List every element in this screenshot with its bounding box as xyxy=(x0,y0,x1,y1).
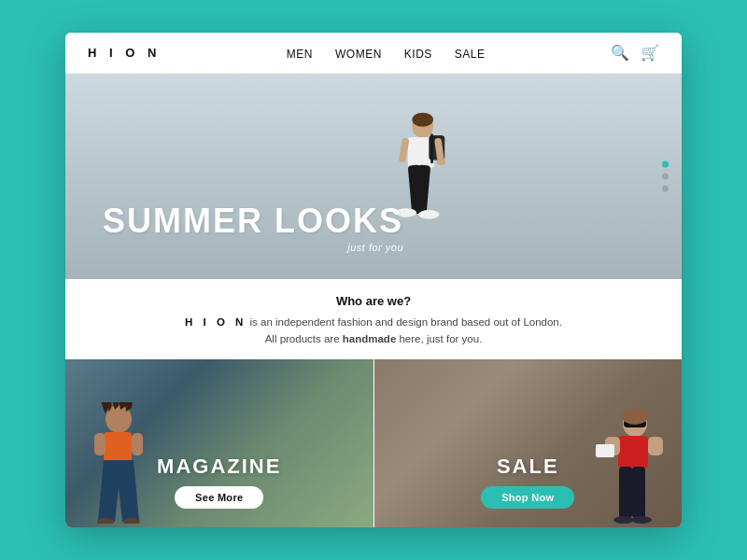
svg-point-28 xyxy=(631,516,652,524)
card-magazine-content: MAGAZINE See More xyxy=(157,455,281,509)
sale-person xyxy=(588,407,672,527)
nav-item-women[interactable]: WOMEN xyxy=(335,45,382,62)
nav-links: MEN WOMEN KIDS SALE xyxy=(287,45,486,62)
hero-subtitle: just for you xyxy=(103,242,403,253)
svg-rect-23 xyxy=(648,437,663,455)
nav-link-kids[interactable]: KIDS xyxy=(404,48,432,61)
nav-link-women[interactable]: WOMEN xyxy=(335,48,382,61)
nav-link-sale[interactable]: SALE xyxy=(455,48,486,61)
nav-icons: 🔍 🛒 xyxy=(611,44,659,62)
about-text-3: here, just for you. xyxy=(396,333,482,344)
card-magazine: MAGAZINE See More xyxy=(65,359,374,527)
nav-link-men[interactable]: MEN xyxy=(287,48,313,61)
see-more-button[interactable]: See More xyxy=(175,486,263,509)
about-text: H I O N is an independent fashion and de… xyxy=(84,314,663,348)
svg-point-1 xyxy=(412,113,433,127)
svg-point-7 xyxy=(437,159,445,166)
svg-point-27 xyxy=(613,516,634,524)
brand-logo: H I O N xyxy=(88,46,161,60)
svg-point-20 xyxy=(622,408,648,425)
hero-text: SUMMER LOOKS just for you xyxy=(103,204,403,253)
magazine-person xyxy=(79,402,163,527)
svg-rect-26 xyxy=(632,467,645,518)
card-sale-title: SALE xyxy=(497,455,559,479)
svg-rect-14 xyxy=(94,433,106,455)
nav-item-kids[interactable]: KIDS xyxy=(404,45,432,62)
hero-title: SUMMER LOOKS xyxy=(103,204,403,238)
hero-banner: SUMMER LOOKS just for you xyxy=(65,74,682,279)
dot-1[interactable] xyxy=(662,161,669,168)
nav-item-sale[interactable]: SALE xyxy=(455,45,486,62)
about-text-1: is an independent fashion and design bra… xyxy=(247,316,562,328)
navbar: H I O N MEN WOMEN KIDS SALE 🔍 🛒 xyxy=(65,33,682,74)
dot-2[interactable] xyxy=(662,174,669,180)
browser-window: H I O N MEN WOMEN KIDS SALE 🔍 🛒 xyxy=(65,33,682,527)
card-sale: SALE Shop Now xyxy=(374,359,683,527)
svg-rect-15 xyxy=(132,433,143,455)
about-brand-name: H I O N xyxy=(185,316,247,328)
card-magazine-title: MAGAZINE xyxy=(157,455,281,479)
cards-section: MAGAZINE See More xyxy=(65,359,682,527)
about-text-2: All products are xyxy=(265,333,343,344)
about-section: Who are we? H I O N is an independent fa… xyxy=(65,279,682,359)
cart-icon[interactable]: 🛒 xyxy=(641,44,659,62)
svg-rect-4 xyxy=(430,133,433,163)
svg-point-11 xyxy=(418,210,440,218)
card-sale-content: SALE Shop Now xyxy=(481,455,574,509)
shop-now-button[interactable]: Shop Now xyxy=(481,486,574,509)
search-icon[interactable]: 🔍 xyxy=(611,44,629,62)
dot-3[interactable] xyxy=(662,186,669,192)
nav-item-men[interactable]: MEN xyxy=(287,45,313,62)
svg-rect-21 xyxy=(618,436,648,469)
svg-rect-24 xyxy=(596,444,614,457)
about-text-bold: handmade xyxy=(343,333,397,344)
about-heading: Who are we? xyxy=(84,294,663,308)
svg-rect-13 xyxy=(104,432,132,462)
svg-rect-25 xyxy=(619,467,632,518)
hero-dots xyxy=(662,161,669,192)
